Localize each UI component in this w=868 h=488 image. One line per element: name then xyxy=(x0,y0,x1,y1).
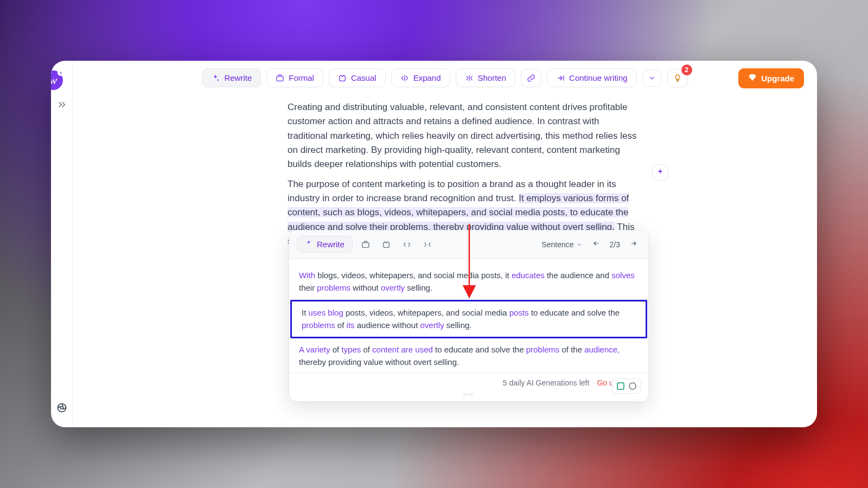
upgrade-label: Upgrade xyxy=(761,74,794,83)
app-window: w + Rewrite Formal Casual xyxy=(51,61,817,427)
formal-label: Formal xyxy=(289,73,314,82)
scope-label: Sentence xyxy=(541,240,573,249)
panel-header-left: Rewrite xyxy=(297,236,435,253)
chevron-down-icon xyxy=(648,74,656,82)
dock-icon-1[interactable] xyxy=(616,381,626,391)
rewrite-label: Rewrite xyxy=(224,73,252,82)
inline-ai-button[interactable] xyxy=(652,164,668,181)
lightbulb-icon xyxy=(673,74,682,82)
next-suggestion-button[interactable] xyxy=(627,237,641,251)
suggestion-item[interactable]: It uses blog posts, videos, whitepapers,… xyxy=(290,300,647,338)
scope-selector[interactable]: Sentence xyxy=(541,240,582,249)
panel-formal-icon[interactable] xyxy=(358,237,373,252)
panel-rewrite-button[interactable]: Rewrite xyxy=(297,236,353,253)
rewrite-panel: Rewrite Sentence 2/3 xyxy=(289,230,649,402)
svg-rect-3 xyxy=(362,242,369,247)
browser-icon[interactable] xyxy=(52,398,72,420)
suggestions-list: With blogs, videos, whitepapers, and soc… xyxy=(289,259,648,373)
casual-icon xyxy=(338,74,347,82)
expand-icon xyxy=(400,74,409,82)
svg-point-0 xyxy=(58,404,66,412)
expand-label: Expand xyxy=(413,73,441,82)
rewrite-panel-footer: 5 daily AI Generations left Go unlimited xyxy=(289,373,648,390)
upgrade-button[interactable]: Upgrade xyxy=(738,68,804,88)
logo-plus-icon: + xyxy=(58,69,64,76)
casual-button[interactable]: Casual xyxy=(329,68,386,87)
svg-point-1 xyxy=(60,407,63,409)
formal-button[interactable]: Formal xyxy=(266,68,323,87)
sparkle-icon xyxy=(211,74,220,82)
continue-label: Continue writing xyxy=(569,73,628,82)
prev-suggestion-button[interactable] xyxy=(589,237,603,251)
shorten-button[interactable]: Shorten xyxy=(456,68,516,87)
logo-letter: w xyxy=(51,73,57,87)
dock-icon-2[interactable] xyxy=(628,381,637,391)
bottom-dock xyxy=(612,378,641,394)
resize-handle-icon[interactable]: ══ xyxy=(289,390,648,401)
suggestion-item[interactable]: A variety of types of content are used t… xyxy=(289,338,648,373)
paragraph-1[interactable]: Creating and distributing valuable, rele… xyxy=(288,100,637,172)
panel-shorten-icon[interactable] xyxy=(420,237,435,252)
toolbar: Rewrite Formal Casual Expand Shorten xyxy=(73,61,817,95)
shorten-icon xyxy=(465,74,474,82)
sparkle-icon xyxy=(305,240,312,249)
rewrite-button[interactable]: Rewrite xyxy=(202,68,261,87)
svg-point-5 xyxy=(629,383,636,389)
left-rail xyxy=(51,61,73,427)
panel-header-right: Sentence 2/3 xyxy=(541,237,641,251)
generations-left-label: 5 daily AI Generations left xyxy=(503,378,590,387)
link-icon xyxy=(527,74,535,82)
link-button[interactable] xyxy=(521,69,541,87)
svg-rect-4 xyxy=(617,383,624,389)
main-area: Rewrite Formal Casual Expand Shorten xyxy=(73,61,817,427)
briefcase-icon xyxy=(276,74,284,82)
suggestion-item[interactable]: With blogs, videos, whitepapers, and soc… xyxy=(289,264,648,300)
ideas-button-wrap: 2 xyxy=(667,69,688,87)
panel-rewrite-label: Rewrite xyxy=(317,240,344,249)
continue-icon xyxy=(556,74,565,82)
rewrite-panel-header: Rewrite Sentence 2/3 xyxy=(289,230,648,259)
panel-expand-icon[interactable] xyxy=(399,237,414,252)
diamond-icon xyxy=(748,73,757,84)
pager-label: 2/3 xyxy=(610,240,620,249)
expand-button[interactable]: Expand xyxy=(391,68,450,87)
shorten-label: Shorten xyxy=(478,73,507,82)
panel-casual-icon[interactable] xyxy=(379,237,394,252)
svg-rect-2 xyxy=(277,76,283,81)
casual-label: Casual xyxy=(351,73,376,82)
expand-rail-icon[interactable] xyxy=(53,95,71,116)
more-chevron-button[interactable] xyxy=(642,69,662,87)
notification-badge: 2 xyxy=(681,65,692,75)
continue-writing-button[interactable]: Continue writing xyxy=(547,68,637,87)
